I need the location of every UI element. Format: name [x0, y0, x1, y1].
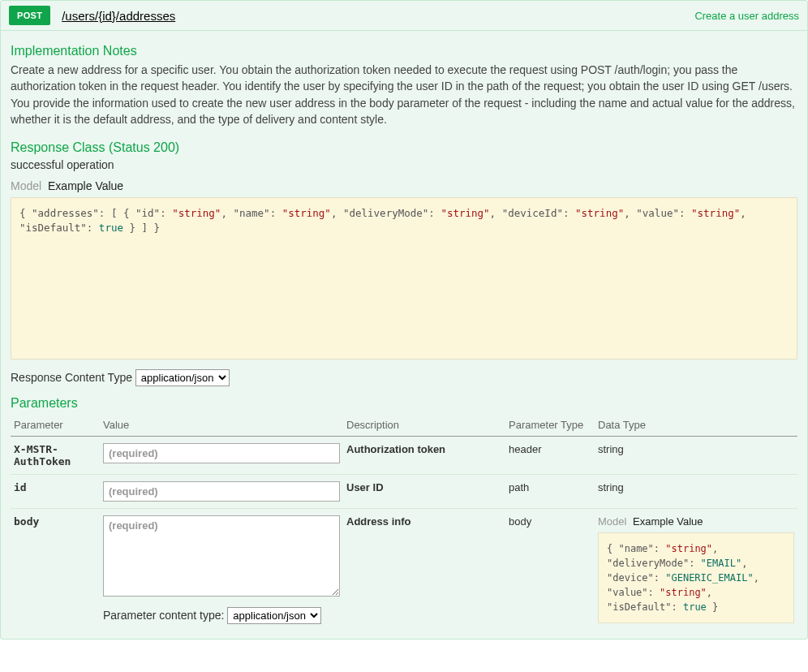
param-name: id — [11, 475, 100, 509]
param-type: body — [505, 509, 595, 631]
param-name: X-MSTR-AuthToken — [11, 437, 100, 475]
response-content-type-select[interactable]: application/json — [135, 369, 230, 386]
param-content-type-row: Parameter content type: application/json — [103, 607, 340, 624]
implementation-notes-heading: Implementation Notes — [11, 44, 797, 58]
body-model-tabs: Model Example Value — [598, 515, 794, 528]
endpoint-summary: Create a user address — [694, 10, 799, 22]
param-datatype: Model Example Value { "name": "string", … — [595, 509, 797, 631]
auth-token-input[interactable] — [103, 443, 340, 463]
response-class-heading: Response Class (Status 200) — [11, 140, 797, 155]
endpoint-header[interactable]: POST /users/{id}/addresses Create a user… — [1, 1, 807, 31]
col-description: Description — [343, 414, 505, 437]
param-desc: User ID — [343, 475, 505, 509]
param-content-type-label: Parameter content type: — [103, 609, 224, 622]
body-textarea[interactable] — [103, 515, 340, 597]
param-datatype: string — [595, 475, 797, 509]
param-desc: Authorization token — [343, 437, 505, 475]
response-example-code[interactable]: { "addresses": [ { "id": "string", "name… — [11, 197, 797, 360]
param-desc: Address info — [343, 509, 505, 631]
param-datatype: string — [595, 437, 797, 475]
param-content-type-select[interactable]: application/json — [227, 607, 321, 624]
id-input[interactable] — [103, 481, 340, 502]
table-row: id User ID path string — [11, 475, 797, 509]
col-data-type: Data Type — [595, 414, 797, 437]
param-type: path — [505, 475, 595, 509]
col-parameter-type: Parameter Type — [505, 414, 595, 437]
tab-model[interactable]: Model — [11, 179, 41, 192]
response-status-desc: successful operation — [11, 158, 797, 171]
table-row: X-MSTR-AuthToken Authorization token hea… — [11, 437, 797, 475]
col-parameter: Parameter — [11, 414, 100, 437]
tab-example-value[interactable]: Example Value — [633, 515, 703, 528]
endpoint-panel: POST /users/{id}/addresses Create a user… — [0, 0, 808, 640]
parameters-table: Parameter Value Description Parameter Ty… — [11, 414, 797, 631]
table-row: body Parameter content type: application… — [11, 509, 797, 631]
param-type: header — [505, 437, 595, 475]
parameters-header-row: Parameter Value Description Parameter Ty… — [11, 414, 797, 437]
parameters-heading: Parameters — [11, 396, 797, 411]
param-name: body — [11, 509, 100, 631]
response-content-type-label: Response Content Type — [11, 371, 132, 384]
endpoint-path[interactable]: /users/{id}/addresses — [62, 9, 175, 23]
body-example-code[interactable]: { "name": "string", "deliveryMode": "EMA… — [598, 532, 794, 623]
http-method-badge: POST — [9, 6, 50, 25]
response-content-type-row: Response Content Type application/json — [11, 369, 797, 386]
col-value: Value — [100, 414, 343, 437]
endpoint-body: Implementation Notes Create a new addres… — [1, 31, 807, 639]
tab-example-value[interactable]: Example Value — [48, 179, 123, 192]
response-model-tabs: Model Example Value — [11, 179, 797, 192]
implementation-notes-text: Create a new address for a specific user… — [11, 62, 797, 127]
tab-model[interactable]: Model — [598, 515, 626, 528]
